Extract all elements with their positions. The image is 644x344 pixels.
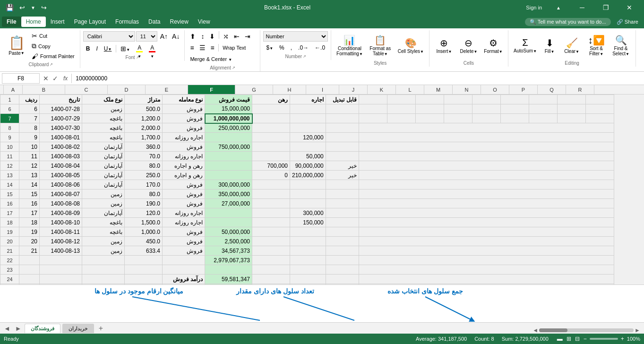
row-num-6[interactable]: 10: [0, 142, 19, 152]
cell-F8[interactable]: [205, 161, 252, 171]
cell-F20[interactable]: 59,581,347: [205, 275, 252, 284]
cell-H19[interactable]: [290, 265, 326, 275]
delete-button[interactable]: ⊖ Delete▼: [457, 31, 481, 60]
cell-B5[interactable]: 1400-08-01: [40, 133, 82, 142]
cell-B13[interactable]: 1400-08-09: [40, 208, 82, 218]
cell-A11[interactable]: 15: [19, 189, 40, 199]
cell-B4[interactable]: 1400-07-30: [40, 123, 82, 133]
cell-I17[interactable]: [326, 246, 359, 256]
cell-M1[interactable]: [444, 95, 472, 104]
row-num-8[interactable]: 12: [0, 161, 19, 171]
horizontal-scroll-right[interactable]: ►: [635, 327, 640, 334]
cell-D9[interactable]: 250.0: [125, 171, 163, 180]
number-format-select[interactable]: Number: [263, 31, 328, 42]
cell-F17[interactable]: 34,567,373: [205, 246, 252, 256]
clear-button[interactable]: 🧹 Clear▼: [560, 31, 584, 60]
cell-I2[interactable]: [326, 104, 359, 114]
col-N-header[interactable]: N: [453, 85, 481, 94]
cell-H18[interactable]: [290, 256, 326, 265]
currency-button[interactable]: $▼: [263, 43, 276, 53]
cell-D2[interactable]: 500.0: [125, 104, 163, 114]
cell-G18[interactable]: [252, 256, 290, 265]
underline-button[interactable]: U▼: [101, 43, 115, 54]
cell-D7[interactable]: 70.0: [125, 152, 163, 161]
cell-G2[interactable]: [252, 104, 290, 114]
formula-input[interactable]: 1000000000: [74, 73, 642, 84]
cell-C2[interactable]: زمین: [82, 104, 125, 114]
cell-B6[interactable]: 1400-08-02: [40, 142, 82, 152]
cell-B16[interactable]: 1400-08-12: [40, 237, 82, 246]
cell-F18[interactable]: 2,979,067,373: [205, 256, 252, 265]
cell-B18[interactable]: [40, 256, 82, 265]
cell-P1[interactable]: [529, 95, 557, 104]
cell-C7[interactable]: آپارتمان: [82, 152, 125, 161]
cell-E8[interactable]: رهن و اجاره: [163, 161, 205, 171]
cancel-formula-button[interactable]: ✕: [42, 75, 50, 82]
cell-G5[interactable]: [252, 133, 290, 142]
cell-D13[interactable]: 120.0: [125, 208, 163, 218]
cell-A14[interactable]: 18: [19, 218, 40, 227]
cell-A17[interactable]: 21: [19, 246, 40, 256]
cell-E13[interactable]: اجاره روزانه: [163, 208, 205, 218]
zoom-slider[interactable]: [590, 338, 618, 340]
col-F-header[interactable]: F: [188, 85, 235, 94]
cell-E18[interactable]: [163, 256, 205, 265]
cell-J3[interactable]: [359, 114, 387, 123]
cell-I8[interactable]: خیر: [326, 161, 359, 171]
col-O-header[interactable]: O: [481, 85, 509, 94]
clipboard-expand[interactable]: ↗: [50, 62, 53, 67]
row-num-7[interactable]: 11: [0, 152, 19, 161]
cell-K3[interactable]: [387, 114, 415, 123]
align-middle-button[interactable]: ↕: [198, 31, 206, 42]
cell-H17[interactable]: [290, 246, 326, 256]
cell-P2[interactable]: [529, 104, 557, 114]
font-size-select[interactable]: 11: [136, 31, 157, 42]
signin-link[interactable]: Sign in: [526, 5, 542, 10]
add-sheet-button[interactable]: +: [96, 323, 106, 334]
menu-file[interactable]: File: [2, 17, 21, 27]
menu-page-layout[interactable]: Page Layout: [69, 17, 111, 27]
cell-J2[interactable]: [359, 104, 387, 114]
row-num-20[interactable]: 24: [0, 275, 19, 284]
cell-F10[interactable]: 300,000,000: [205, 180, 252, 189]
cell-I20[interactable]: [326, 275, 359, 284]
cell-F4[interactable]: 250,000,000: [205, 123, 252, 133]
cell-N3[interactable]: [472, 114, 500, 123]
align-center-button[interactable]: ☰: [197, 43, 208, 53]
align-right-button[interactable]: ≡: [208, 43, 217, 53]
col-E-header[interactable]: E: [146, 85, 188, 94]
sheet-tab-khridaran[interactable]: خریداران: [62, 324, 94, 333]
percent-button[interactable]: %: [276, 43, 287, 53]
cell-G4[interactable]: [252, 123, 290, 133]
cell-B2[interactable]: 1400-07-28: [40, 104, 82, 114]
cell-B15[interactable]: 1400-08-11: [40, 227, 82, 237]
cell-D10[interactable]: 170.0: [125, 180, 163, 189]
cell-C14[interactable]: باغچه: [82, 218, 125, 227]
cell-E7[interactable]: اجاره روزانه: [163, 152, 205, 161]
row-num-11[interactable]: 15: [0, 189, 19, 199]
fill-button[interactable]: ⬇ Fill▼: [540, 31, 559, 60]
cell-I7[interactable]: [326, 152, 359, 161]
border-button[interactable]: ⊞▼: [118, 43, 133, 54]
col-J-header[interactable]: J: [339, 85, 368, 94]
cell-F2[interactable]: 15,000,000: [205, 104, 252, 114]
merge-center-button[interactable]: Merge & Center ▼: [188, 54, 234, 64]
scroll-tabs-left-button[interactable]: ◄: [2, 324, 12, 333]
cell-I14[interactable]: [326, 218, 359, 227]
row-num-9[interactable]: 13: [0, 171, 19, 180]
cell-I10[interactable]: [326, 180, 359, 189]
cell-C3[interactable]: باغچه: [82, 114, 125, 123]
cell-E2[interactable]: فروش: [163, 104, 205, 114]
indent-decrease-button[interactable]: ⇤: [232, 31, 242, 42]
cell-H3[interactable]: [290, 114, 326, 123]
cell-G6[interactable]: [252, 142, 290, 152]
font-decrease-button[interactable]: A↓: [170, 32, 181, 41]
cell-B19[interactable]: [40, 265, 82, 275]
cell-D20[interactable]: [125, 275, 163, 284]
cell-Q2[interactable]: [557, 104, 585, 114]
cell-H15[interactable]: [290, 227, 326, 237]
number-expand[interactable]: ↗: [303, 54, 306, 59]
cell-C17[interactable]: زمین: [82, 246, 125, 256]
cell-I19[interactable]: [326, 265, 359, 275]
decimal-decrease-button[interactable]: ←.0: [312, 43, 328, 53]
